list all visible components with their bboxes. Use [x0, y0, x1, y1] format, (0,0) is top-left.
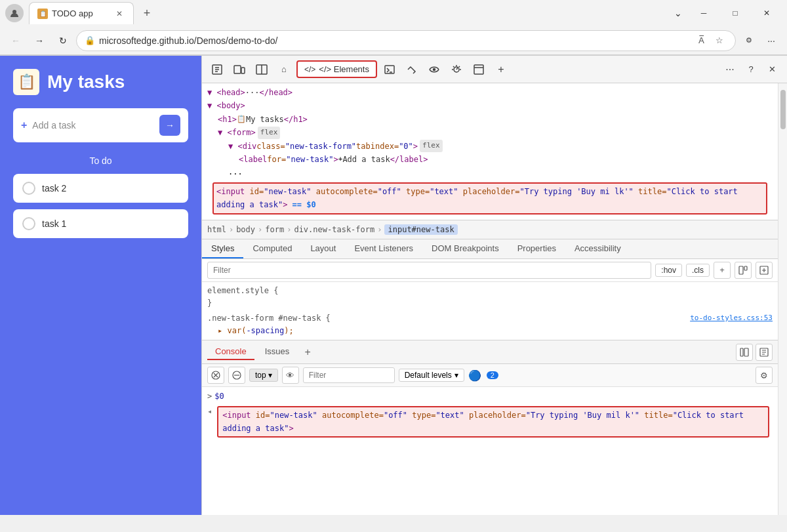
css-file-link[interactable]: to-do-styles.css:53: [690, 312, 773, 324]
computed-sidebar-button[interactable]: [735, 262, 752, 279]
split-pane-button[interactable]: [252, 60, 272, 79]
levels-chevron: ▾: [454, 371, 458, 380]
tab-favicon: 📋: [37, 9, 48, 19]
devtools-more-button[interactable]: ···: [720, 60, 740, 79]
svg-rect-13: [740, 348, 743, 356]
tab-styles[interactable]: Styles: [202, 239, 243, 258]
css-prop-var: ▸ var(-spacing);: [207, 325, 773, 337]
svg-point-7: [433, 68, 435, 70]
breadcrumb-div[interactable]: div.new-task-form: [294, 225, 374, 234]
console-eye-button[interactable]: 👁: [282, 367, 299, 384]
tab-event-listeners[interactable]: Event Listeners: [345, 239, 422, 258]
add-style-button[interactable]: +: [714, 262, 731, 279]
console-tab[interactable]: Console: [207, 344, 254, 360]
css-rules: element.style { } .new-task-form #new-ta…: [202, 282, 778, 340]
tab-layout[interactable]: Layout: [301, 239, 345, 258]
console-settings-button[interactable]: [756, 344, 773, 361]
elements-tab-button[interactable]: </> </> Elements: [296, 60, 377, 78]
cls-button[interactable]: .cls: [686, 264, 710, 277]
extensions-button[interactable]: ⚙: [738, 30, 759, 51]
todo-title: My tasks: [47, 72, 125, 92]
tab-properties[interactable]: Properties: [508, 239, 565, 258]
read-aloud-icon[interactable]: A̅: [693, 33, 709, 49]
style-tabs: Styles Computed Layout Event Listeners D…: [202, 239, 778, 259]
refresh-button[interactable]: ↻: [52, 30, 73, 51]
profile-icon[interactable]: [5, 4, 24, 22]
favorites-icon[interactable]: ☆: [712, 33, 727, 49]
breadcrumb-input[interactable]: input#new-task: [384, 224, 457, 235]
add-task-text: Add a task: [32, 120, 159, 131]
task-item-2[interactable]: task 2: [13, 174, 188, 203]
network-icon-button[interactable]: [424, 60, 444, 79]
breadcrumb-html[interactable]: html: [207, 225, 226, 234]
more-tabs-area: ⌄: [668, 3, 689, 24]
devtools-close-button[interactable]: ✕: [762, 60, 782, 79]
element-style-rule: element.style {: [207, 285, 773, 297]
tree-line-h1: <h1>📋 My tasks</h1>: [207, 113, 773, 126]
styles-filter-input[interactable]: [207, 262, 651, 279]
browser-more-button[interactable]: ···: [761, 30, 782, 51]
minimize-button[interactable]: ─: [689, 3, 719, 24]
sources-icon-button[interactable]: [402, 60, 422, 79]
console-filter-input[interactable]: [303, 367, 395, 383]
tab-dom-breakpoints[interactable]: DOM Breakpoints: [422, 239, 508, 258]
element-style-close: }: [207, 297, 773, 310]
svg-rect-10: [739, 266, 743, 274]
devtools-help-button[interactable]: ?: [741, 60, 761, 79]
add-console-tab-button[interactable]: +: [300, 344, 315, 360]
hov-button[interactable]: :hov: [655, 264, 682, 277]
svg-rect-14: [744, 348, 748, 356]
inspect-element-button[interactable]: [207, 60, 227, 79]
active-tab[interactable]: 📋 TODO app ✕: [29, 2, 134, 24]
breadcrumb-form[interactable]: form: [265, 225, 284, 234]
performance-icon-button[interactable]: [447, 60, 466, 79]
tab-computed[interactable]: Computed: [243, 239, 301, 258]
forward-button[interactable]: →: [29, 30, 50, 51]
tab-accessibility[interactable]: Accessibility: [565, 239, 630, 258]
console-prohibit-button[interactable]: [228, 367, 245, 384]
devtools-content: ▼ <head>···</head> ▼ <body> <h1>📋 My tas…: [202, 83, 787, 515]
devtools-scrollbar[interactable]: [778, 83, 787, 515]
task-checkbox-1[interactable]: [22, 217, 35, 230]
home-button[interactable]: ⌂: [274, 60, 294, 79]
default-levels-button[interactable]: Default levels ▾: [399, 369, 464, 382]
maximize-button[interactable]: □: [720, 3, 750, 24]
message-icon: 🔵: [468, 369, 481, 382]
todo-panel: 📋 My tasks + Add a task → To do task 2 t…: [0, 56, 201, 515]
todo-header: 📋 My tasks: [13, 69, 188, 95]
new-tab-button[interactable]: +: [138, 4, 156, 22]
task-item-1[interactable]: task 1: [13, 209, 188, 238]
highlighted-input-line[interactable]: <input id="new-task" autocomplete="off" …: [212, 182, 767, 215]
context-selector[interactable]: top ▾: [249, 369, 278, 382]
add-task-bar[interactable]: + Add a task →: [13, 108, 188, 142]
issues-tab[interactable]: Issues: [257, 344, 298, 360]
device-emulation-button[interactable]: [230, 60, 249, 79]
new-style-rule-button[interactable]: [756, 262, 773, 279]
svg-rect-11: [744, 266, 747, 270]
tab-close-button[interactable]: ✕: [113, 8, 125, 20]
console-clear-button[interactable]: [207, 367, 224, 384]
devtools-toolbar: ⌂ </> </> Elements + ··· ?: [202, 56, 787, 83]
scrollbar-thumb[interactable]: [780, 90, 786, 129]
elements-tab-label: </> Elements: [319, 64, 369, 74]
console-gear-button[interactable]: ⚙: [756, 367, 773, 384]
add-panel-button[interactable]: +: [491, 60, 511, 79]
levels-label: Default levels: [405, 371, 452, 380]
task-checkbox-2[interactable]: [22, 182, 35, 195]
more-tabs-button[interactable]: ⌄: [668, 3, 689, 24]
tree-line-body: ▼ <body>: [207, 99, 773, 112]
back-button[interactable]: ←: [5, 30, 26, 51]
add-task-arrow-button[interactable]: →: [159, 115, 180, 136]
devtools-main: ▼ <head>···</head> ▼ <body> <h1>📋 My tas…: [202, 83, 778, 515]
console-prompt-symbol: >: [207, 390, 212, 403]
lock-icon: 🔒: [85, 35, 95, 45]
close-window-button[interactable]: ✕: [752, 3, 782, 24]
console-icon-button[interactable]: [380, 60, 399, 79]
address-bar[interactable]: 🔒 microsoftedge.github.io/Demos/demo-to-…: [76, 30, 736, 51]
context-chevron: ▾: [268, 371, 272, 380]
console-sidebar-button[interactable]: [736, 344, 753, 361]
console-right-icons: [736, 344, 773, 361]
breadcrumb-body[interactable]: body: [236, 225, 255, 234]
tree-line-div: ▼ <div class="new-task-form" tabindex="0…: [207, 140, 773, 153]
application-icon-button[interactable]: [469, 60, 489, 79]
